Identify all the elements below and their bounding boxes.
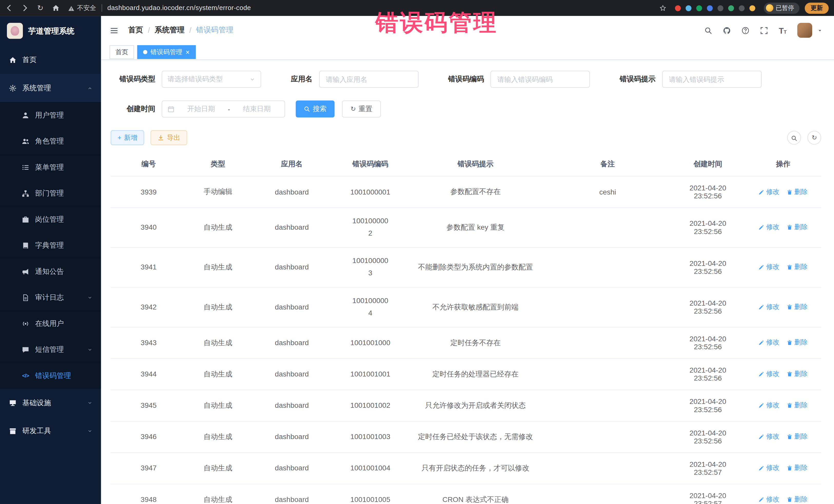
sidebar-item-dict-management[interactable]: 字典管理 bbox=[0, 232, 101, 258]
delete-link[interactable]: 删除 bbox=[787, 370, 808, 378]
font-size-icon[interactable]: TT bbox=[779, 26, 787, 35]
sidebar-item-dept-management[interactable]: 部门管理 bbox=[0, 180, 101, 206]
delete-link[interactable]: 删除 bbox=[787, 401, 808, 410]
caret-down-icon[interactable] bbox=[817, 28, 822, 33]
error-type-select[interactable]: 请选择错误码类型 bbox=[162, 71, 261, 88]
cell-actions: 修改删除 bbox=[745, 327, 821, 358]
url-text[interactable]: dashboard.yudao.iocoder.cn/system/error-… bbox=[107, 4, 659, 12]
edit-link[interactable]: 修改 bbox=[759, 432, 780, 441]
delete-link[interactable]: 删除 bbox=[787, 303, 808, 311]
delete-link[interactable]: 删除 bbox=[787, 338, 808, 347]
cell-actions: 修改删除 bbox=[745, 176, 821, 207]
app-name-input[interactable] bbox=[319, 71, 419, 88]
tab-home[interactable]: 首页 bbox=[110, 45, 134, 59]
update-button[interactable]: 更新 bbox=[805, 2, 829, 14]
edit-link[interactable]: 修改 bbox=[759, 187, 780, 196]
edit-link[interactable]: 修改 bbox=[759, 223, 780, 232]
filter-label-time: 创建时间 bbox=[111, 104, 155, 114]
megaphone-icon bbox=[21, 268, 30, 275]
cell-time: 2021-04-20 23:52:56 bbox=[671, 390, 745, 421]
delete-link[interactable]: 删除 bbox=[787, 187, 808, 196]
extension-dark-pin-icon[interactable] bbox=[739, 5, 744, 11]
sidebar-item-system-management[interactable]: 系统管理 bbox=[0, 74, 101, 102]
toggle-search-button[interactable] bbox=[787, 131, 801, 145]
cell-actions: 修改删除 bbox=[745, 287, 821, 327]
browser-home-icon[interactable] bbox=[52, 4, 60, 12]
back-icon[interactable] bbox=[5, 4, 13, 12]
home-icon bbox=[8, 56, 17, 64]
tab-close-icon[interactable]: × bbox=[185, 49, 190, 56]
breadcrumb-system[interactable]: 系统管理 bbox=[155, 25, 184, 35]
cell-id: 3947 bbox=[111, 453, 186, 484]
sidebar-item-user-management[interactable]: 用户管理 bbox=[0, 102, 101, 128]
extension-lightblue-icon[interactable] bbox=[685, 5, 691, 11]
edit-link[interactable]: 修改 bbox=[759, 263, 780, 272]
delete-link[interactable]: 删除 bbox=[787, 464, 808, 473]
edit-link[interactable]: 修改 bbox=[759, 401, 780, 410]
sidebar-item-sms-management[interactable]: 短信管理 bbox=[0, 336, 101, 363]
edit-icon bbox=[759, 304, 765, 310]
sidebar-item-dev-tools[interactable]: 研发工具 bbox=[0, 417, 101, 445]
extension-blue-grid-icon[interactable] bbox=[707, 5, 712, 11]
filter-label-type: 错误码类型 bbox=[111, 74, 155, 84]
search-button[interactable]: 搜索 bbox=[295, 101, 334, 117]
extension-green-check-icon[interactable] bbox=[696, 5, 702, 11]
paused-badge[interactable]: 已暂停 bbox=[764, 2, 799, 14]
security-indicator[interactable]: 不安全 bbox=[68, 3, 96, 12]
table-row: 3941自动生成dashboard1001000003不能删除类型为系统内置的参… bbox=[111, 247, 821, 287]
sidebar-item-role-management[interactable]: 角色管理 bbox=[0, 128, 101, 154]
hamburger-icon[interactable] bbox=[110, 26, 118, 35]
reset-button[interactable]: ↻ 重置 bbox=[342, 101, 381, 117]
edit-link[interactable]: 修改 bbox=[759, 370, 780, 378]
bookmark-star-icon[interactable] bbox=[659, 4, 666, 12]
table-row: 3947自动生成dashboard1001001004只有开启状态的任务，才可以… bbox=[111, 453, 821, 484]
edit-link[interactable]: 修改 bbox=[759, 338, 780, 347]
user-avatar[interactable] bbox=[797, 23, 812, 38]
sidebar-item-audit-log[interactable]: 审计日志 bbox=[0, 284, 101, 310]
add-button[interactable]: + 新增 bbox=[111, 130, 144, 145]
delete-link[interactable]: 删除 bbox=[787, 495, 808, 504]
filter-label-hint: 错误码提示 bbox=[620, 74, 656, 84]
delete-link[interactable]: 删除 bbox=[787, 223, 808, 232]
delete-link[interactable]: 删除 bbox=[787, 263, 808, 272]
sidebar-item-error-code-management[interactable]: </>错误码管理 bbox=[0, 363, 101, 389]
extension-teal-icon[interactable] bbox=[728, 5, 734, 11]
forward-icon[interactable] bbox=[21, 4, 29, 12]
breadcrumb-home[interactable]: 首页 bbox=[128, 25, 143, 35]
edit-icon bbox=[759, 497, 765, 502]
edit-link[interactable]: 修改 bbox=[759, 495, 780, 504]
sidebar-item-menu-management[interactable]: 菜单管理 bbox=[0, 154, 101, 180]
edit-link[interactable]: 修改 bbox=[759, 464, 780, 473]
cell-app: dashboard bbox=[249, 453, 334, 484]
fullscreen-icon[interactable] bbox=[760, 26, 768, 35]
chevron-up-icon bbox=[87, 85, 93, 91]
sidebar-menu: 首页系统管理用户管理角色管理菜单管理部门管理岗位管理字典管理通知公告审计日志在线… bbox=[0, 46, 101, 504]
help-icon[interactable] bbox=[742, 26, 750, 35]
cell-app: dashboard bbox=[249, 287, 334, 327]
logo[interactable]: 芋道管理系统 bbox=[0, 16, 101, 46]
profile-emoji-icon bbox=[766, 4, 773, 12]
edit-link[interactable]: 修改 bbox=[759, 303, 780, 311]
profile-avatar-icon[interactable] bbox=[749, 5, 755, 11]
sidebar-item-online-users[interactable]: 在线用户 bbox=[0, 310, 101, 337]
sidebar-item-infrastructure[interactable]: 基础设施 bbox=[0, 389, 101, 417]
chevron-down-icon bbox=[249, 76, 255, 82]
search-icon[interactable] bbox=[704, 26, 712, 35]
delete-link[interactable]: 删除 bbox=[787, 432, 808, 441]
error-hint-input[interactable] bbox=[662, 71, 761, 88]
cell-actions: 修改删除 bbox=[745, 207, 821, 247]
error-code-input[interactable] bbox=[490, 71, 590, 88]
date-range-picker[interactable]: 开始日期 - 结束日期 bbox=[162, 101, 285, 117]
refresh-table-button[interactable]: ↻ bbox=[807, 131, 821, 145]
cell-time: 2021-04-20 23:52:56 bbox=[671, 358, 745, 390]
reload-icon[interactable]: ↻ bbox=[37, 4, 43, 12]
sidebar-item-notice[interactable]: 通知公告 bbox=[0, 258, 101, 285]
github-icon[interactable] bbox=[723, 26, 731, 35]
cell-hint: 不能删除类型为系统内置的参数配置 bbox=[406, 247, 545, 287]
extension-red-icon[interactable] bbox=[675, 5, 681, 11]
export-button[interactable]: 导出 bbox=[151, 130, 187, 145]
tab-error-code[interactable]: 错误码管理 × bbox=[137, 45, 196, 59]
sidebar-item-home[interactable]: 首页 bbox=[0, 46, 101, 74]
sidebar-item-post-management[interactable]: 岗位管理 bbox=[0, 206, 101, 233]
extension-dark-on-icon[interactable] bbox=[717, 5, 723, 11]
